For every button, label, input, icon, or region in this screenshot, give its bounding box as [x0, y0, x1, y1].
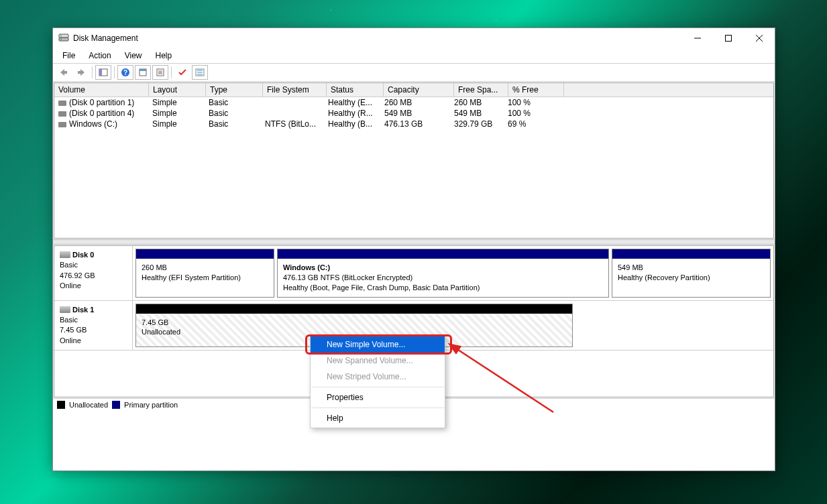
properties-icon[interactable] [152, 65, 168, 80]
volume-capacity: 260 MB [380, 97, 450, 108]
col-status[interactable]: Status [327, 83, 384, 97]
col-capacity[interactable]: Capacity [384, 83, 454, 97]
partition-body: 549 MBHealthy (Recovery Partition) [612, 259, 770, 297]
partition-bar [136, 249, 274, 259]
menu-action[interactable]: Action [83, 50, 116, 62]
toolbar-divider [171, 66, 172, 78]
disk-icon [58, 122, 66, 127]
volume-pctfree: 100 % [504, 97, 559, 108]
help-icon[interactable]: ? [117, 65, 133, 80]
disk-icon [58, 111, 66, 117]
disk-size: 7.45 GB [60, 325, 127, 335]
back-arrow-icon[interactable] [56, 65, 72, 80]
context-menu-separator [311, 407, 444, 408]
volume-free: 549 MB [450, 108, 504, 119]
disk-info[interactable]: Disk 0Basic476.92 GBOnline [54, 246, 133, 300]
volume-capacity: 549 MB [380, 108, 450, 119]
splitter[interactable] [53, 239, 775, 245]
col-freespace[interactable]: Free Spa... [454, 83, 508, 97]
show-hide-action-pane-icon[interactable] [95, 65, 111, 80]
context-menu-item[interactable]: Help [311, 410, 445, 426]
refresh-icon[interactable] [135, 65, 151, 80]
partition-status: Healthy (Boot, Page File, Crash Dump, Ba… [283, 283, 603, 293]
context-menu: New Simple Volume...New Spanned Volume..… [310, 334, 445, 428]
volume-type: Basic [205, 108, 261, 119]
forward-arrow-icon[interactable] [73, 65, 89, 80]
list-icon[interactable] [192, 65, 208, 80]
partition-status: Healthy (Recovery Partition) [618, 273, 765, 283]
volume-row[interactable]: (Disk 0 partition 1)SimpleBasicHealthy (… [54, 97, 773, 108]
volume-status: Healthy (R... [324, 108, 380, 119]
context-menu-item[interactable]: New Simple Volume... [311, 336, 445, 353]
volume-status: Healthy (B... [324, 119, 380, 129]
col-volume[interactable]: Volume [54, 83, 149, 97]
volume-row[interactable]: Windows (C:)SimpleBasicNTFS (BitLo...Hea… [54, 119, 773, 129]
volume-type: Basic [205, 97, 261, 108]
context-menu-separator [311, 387, 444, 387]
svg-rect-5 [726, 36, 732, 42]
disk-type: Basic [60, 260, 127, 270]
maximize-button[interactable] [713, 28, 744, 48]
partition-status: Healthy (EFI System Partition) [142, 273, 268, 283]
partition[interactable]: 260 MBHealthy (EFI System Partition) [135, 249, 274, 298]
partition[interactable]: 549 MBHealthy (Recovery Partition) [612, 249, 771, 298]
svg-rect-11 [78, 71, 81, 74]
volume-name: (Disk 0 partition 4) [69, 109, 134, 118]
toolbar: ? [53, 63, 775, 82]
col-filesystem[interactable]: File System [263, 83, 327, 97]
volume-layout: Simple [148, 119, 205, 129]
disk-info[interactable]: Disk 1Basic7.45 GBOnline [54, 301, 133, 351]
partition-area: 260 MBHealthy (EFI System Partition)Wind… [133, 246, 773, 300]
disk-state: Online [60, 336, 127, 346]
partition-bar [136, 304, 572, 314]
svg-point-3 [60, 36, 62, 37]
disk-size: 476.92 GB [60, 271, 127, 281]
volume-type: Basic [205, 119, 261, 129]
app-icon [58, 33, 69, 44]
col-type[interactable]: Type [206, 83, 263, 97]
legend-label-primary: Primary partition [124, 401, 178, 409]
volume-row[interactable]: (Disk 0 partition 4)SimpleBasicHealthy (… [54, 108, 773, 119]
disk-row: Disk 0Basic476.92 GBOnline260 MBHealthy … [54, 246, 773, 301]
partition-body: Windows (C:)476.13 GB NTFS (BitLocker En… [278, 259, 608, 297]
disk-icon [60, 251, 70, 258]
toolbar-divider [114, 66, 115, 78]
menu-file[interactable]: File [57, 50, 80, 62]
context-menu-item: New Striped Volume... [311, 369, 445, 385]
volume-fs [261, 97, 324, 108]
close-button[interactable] [744, 28, 775, 48]
menu-help[interactable]: Help [150, 50, 178, 62]
disk-type: Basic [60, 315, 127, 325]
context-menu-item[interactable]: Properties [311, 389, 445, 405]
titlebar[interactable]: Disk Management [53, 28, 775, 48]
svg-text:?: ? [123, 69, 127, 76]
partition-size: 549 MB [618, 263, 765, 273]
volume-fs [261, 108, 324, 119]
volume-free: 260 MB [450, 97, 504, 108]
partition[interactable]: Windows (C:)476.13 GB NTFS (BitLocker En… [277, 249, 609, 298]
partition-bar [612, 249, 770, 259]
menubar: File Action View Help [53, 48, 775, 63]
disk-icon [58, 101, 66, 106]
volume-free: 329.79 GB [450, 119, 504, 129]
context-menu-item: New Spanned Volume... [311, 353, 445, 369]
partition-body: 260 MBHealthy (EFI System Partition) [136, 259, 274, 297]
volume-pctfree: 100 % [504, 108, 559, 119]
legend-swatch-primary [112, 401, 120, 409]
volume-layout: Simple [148, 108, 205, 119]
menu-view[interactable]: View [119, 50, 148, 62]
volume-list-body[interactable]: (Disk 0 partition 1)SimpleBasicHealthy (… [54, 97, 773, 238]
col-pctfree[interactable]: % Free [508, 83, 564, 97]
legend-swatch-unallocated [57, 401, 65, 409]
check-icon[interactable] [174, 65, 190, 80]
svg-rect-13 [99, 69, 102, 76]
minimize-button[interactable] [682, 28, 713, 48]
volume-list-header: Volume Layout Type File System Status Ca… [54, 83, 773, 97]
partition-title: Windows (C:) [283, 263, 603, 273]
svg-rect-9 [64, 71, 67, 74]
window-title: Disk Management [73, 34, 682, 43]
col-layout[interactable]: Layout [149, 83, 206, 97]
partition-size: 7.45 GB [142, 318, 567, 328]
volume-status: Healthy (E... [324, 97, 380, 108]
partition-bar [278, 249, 608, 259]
